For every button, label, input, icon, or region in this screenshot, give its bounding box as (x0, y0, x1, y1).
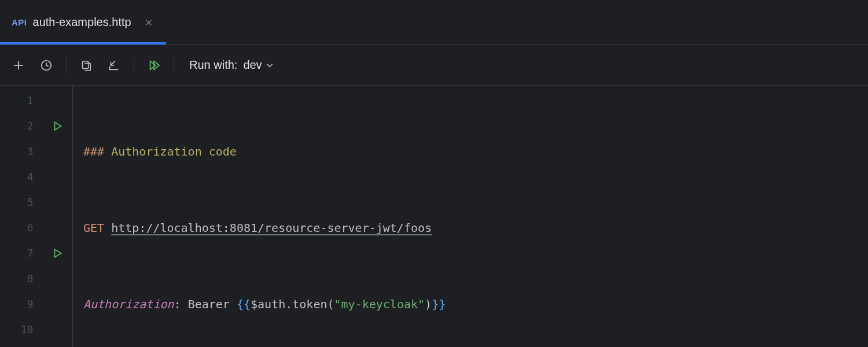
import-button[interactable] (101, 53, 127, 78)
svg-marker-10 (55, 249, 61, 257)
environment-dropdown[interactable]: dev (243, 58, 273, 72)
separator (66, 57, 67, 74)
close-icon[interactable] (141, 14, 157, 31)
tab-bar: API auth-examples.http (0, 0, 868, 45)
chevron-down-icon (266, 61, 274, 69)
add-request-button[interactable] (6, 53, 31, 78)
code-area[interactable]: ### Authorization code GET http://localh… (73, 86, 453, 347)
toolbar: Run with: dev (0, 45, 868, 86)
history-button[interactable] (34, 53, 59, 78)
api-file-icon: API (12, 17, 27, 27)
line-numbers: 1 2 3 4 5 6 7 8 9 10 (0, 88, 42, 347)
svg-rect-5 (83, 61, 89, 68)
separator (174, 57, 174, 74)
line-number: 10 (0, 317, 33, 342)
line-number: 4 (0, 164, 33, 190)
gutter: 1 2 3 4 5 6 7 8 9 10 (0, 86, 73, 347)
header-line: Authorization: Bearer {{$auth.token("my-… (83, 291, 453, 317)
tab-auth-examples[interactable]: API auth-examples.http (0, 0, 166, 45)
line-number: 6 (0, 215, 33, 241)
examples-button[interactable] (73, 53, 99, 78)
line-number: 1 (0, 88, 33, 113)
line-number: 2 (0, 113, 33, 139)
line-number: 7 (0, 241, 33, 266)
section-header: ### Authorization code (83, 139, 453, 164)
line-number: 3 (0, 139, 33, 164)
run-markers (42, 88, 72, 347)
line-number: 9 (0, 291, 33, 317)
separator (134, 57, 134, 74)
request-line: GET http://localhost:8081/resource-serve… (83, 215, 453, 241)
run-all-button[interactable] (141, 53, 167, 78)
tab-filename: auth-examples.http (33, 16, 131, 29)
line-number: 8 (0, 266, 33, 291)
svg-marker-9 (55, 122, 61, 130)
environment-value: dev (243, 58, 262, 72)
run-request-button[interactable] (42, 113, 72, 139)
run-with-label: Run with: (189, 58, 237, 72)
run-with-section: Run with: dev (189, 58, 274, 72)
editor[interactable]: 1 2 3 4 5 6 7 8 9 10 ### Authorization c… (0, 86, 868, 347)
run-request-button[interactable] (42, 241, 72, 266)
svg-line-6 (111, 61, 115, 65)
line-number: 5 (0, 190, 33, 215)
